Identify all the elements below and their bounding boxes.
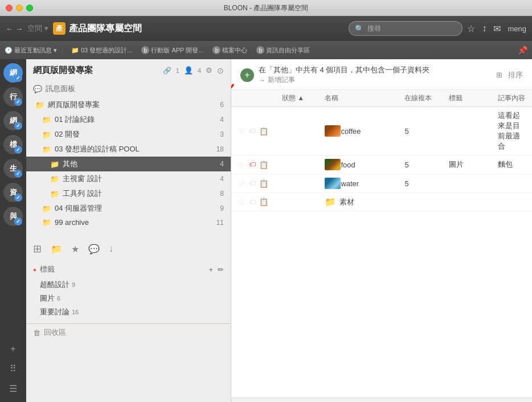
tag-food[interactable]: 🏷 <box>249 161 256 169</box>
file-icon: 檔 ✓ <box>3 135 23 154</box>
tree-item-03[interactable]: 📁 03 發想過的設計稿 POOL 18 <box>26 142 231 157</box>
sort-label[interactable]: 排序 <box>508 70 523 80</box>
note-food[interactable]: 📋 <box>259 161 268 169</box>
name-coffee[interactable]: coffee <box>318 107 398 155</box>
col-header-name[interactable]: 名稱 <box>318 90 398 107</box>
sidebar-item-action[interactable]: 行 ✓ <box>2 85 24 108</box>
breadcrumb-item-2[interactable]: b 行動版 APP 開發... <box>138 45 207 56</box>
col-header-copies[interactable]: 在線複本 <box>398 90 442 107</box>
note-water[interactable]: 📋 <box>259 179 268 188</box>
breadcrumb-bar: 🕐 最近互動訊息 ▾ | 📁 03 發想過的設計... b 行動版 APP 開發… <box>0 41 532 59</box>
maximize-button[interactable] <box>26 5 33 11</box>
mail-icon[interactable]: ✉ <box>493 23 501 34</box>
life-badge: ✓ <box>14 170 22 178</box>
tags-header-actions: + ✏ <box>208 265 224 274</box>
tree-count-td: 8 <box>220 190 224 198</box>
breadcrumb-item-3[interactable]: b 檔案中心 <box>209 45 251 56</box>
nav-back[interactable]: ← → <box>6 24 23 33</box>
sidebar-bottom-actions: + ⠿ ☰ <box>6 341 21 402</box>
col-header-notes[interactable]: 記事內容 <box>491 90 532 107</box>
add-space-icon[interactable]: + <box>7 341 19 358</box>
name-water[interactable]: water <box>318 174 398 193</box>
search-box[interactable]: 🔍 <box>349 21 463 36</box>
tree-item-02[interactable]: 📁 02 開發 3 <box>26 127 231 142</box>
horizontal-scrollbar[interactable] <box>231 397 532 402</box>
tag-label-cool: 超酷設計 <box>40 280 69 290</box>
folder-view-icon[interactable]: 📁 <box>51 244 62 255</box>
sidebar-item-life[interactable]: 生 ✓ <box>2 157 24 180</box>
grid-view-icon[interactable]: ⊞ <box>33 243 42 255</box>
tree-item-main-window[interactable]: 📁 主視窗 設計 4 <box>26 171 231 186</box>
col-header-tags[interactable]: 標籤 <box>442 90 491 107</box>
tree-item-other[interactable]: 📁 其他 4 <box>26 157 231 171</box>
col-header-status[interactable]: 狀態 ▲ <box>275 90 318 107</box>
tag-item-cool[interactable]: 超酷設計 9 <box>33 278 224 292</box>
star-food[interactable]: ☆ <box>238 160 245 169</box>
grid-icon[interactable]: ⠿ <box>6 360 20 378</box>
tag-count-important: 16 <box>72 309 79 315</box>
header-count-text: 在「其他」中共有 4 個項目，其中包含一個子資料夾 <box>259 65 429 75</box>
user-avatar[interactable]: meng <box>508 24 526 33</box>
settings-icon[interactable]: ⚙ <box>206 66 212 75</box>
add-tag-icon[interactable]: + <box>208 265 213 274</box>
tag-item-image[interactable]: 圖片 6 <box>33 292 224 305</box>
note-coffee[interactable]: 📋 <box>259 127 268 136</box>
trash-icon: 🗑 <box>33 329 40 337</box>
back-icon[interactable]: ← <box>6 24 13 33</box>
list-icon[interactable]: ☰ <box>6 380 21 397</box>
note-material[interactable]: 📋 <box>259 198 268 206</box>
grid-toggle-icon[interactable]: ⊞ <box>496 71 502 79</box>
icon-sidebar: 網 ✓ 行 ✓ 網 ✓ 檔 ✓ 生 ✓ <box>0 59 26 402</box>
star-toolbar-icon[interactable]: ☆ <box>467 23 475 34</box>
sidebar-item-web[interactable]: 網 ✓ <box>2 61 24 84</box>
tree-item-root[interactable]: 📁 網頁版開發專案 6 <box>26 97 231 112</box>
header-info: 在「其他」中共有 4 個項目，其中包含一個子資料夾 → 新增記事 <box>259 65 429 85</box>
recent-label[interactable]: 🕐 最近互動訊息 ▾ <box>5 46 57 55</box>
sidebar-item-web2[interactable]: 網 ✓ <box>2 109 24 132</box>
notes-food: 麵包 <box>491 155 532 174</box>
content-area: + 在「其他」中共有 4 個項目，其中包含一個子資料夾 → 新增記事 ⊞ 排序 <box>231 59 532 402</box>
close-button[interactable] <box>6 5 13 11</box>
window-title: BLOON - 產品團隊專屬空間 <box>224 3 309 13</box>
table-container: 狀態 ▲ 名稱 在線複本 標籤 記事內容 ☆ 🏷 <box>231 90 532 397</box>
tree-item-toolbar-design[interactable]: 📁 工具列 設計 8 <box>26 186 231 201</box>
star-view-icon[interactable]: ★ <box>71 244 79 255</box>
tag-item-important[interactable]: 重要討論 16 <box>33 305 224 319</box>
notes-water <box>491 174 532 193</box>
comment-view-icon[interactable]: 💬 <box>88 244 100 255</box>
sort-view-icon[interactable]: ↓ <box>109 244 113 254</box>
tree-item-04[interactable]: 📁 04 伺服器管理 9 <box>26 201 231 216</box>
tag-water[interactable]: 🏷 <box>249 179 256 187</box>
name-food[interactable]: food <box>318 155 398 174</box>
new-item-button[interactable]: → 新增記事 <box>259 75 429 85</box>
name-material[interactable]: 📁 素材 <box>318 193 398 211</box>
star-material[interactable]: ☆ <box>238 198 245 207</box>
svg-line-1 <box>231 84 234 107</box>
minimize-button[interactable] <box>16 5 23 11</box>
pin-sidebar-icon[interactable]: ⊙ <box>217 66 224 75</box>
tag-material[interactable]: 🏷 <box>249 198 256 206</box>
content-header: + 在「其他」中共有 4 個項目，其中包含一個子資料夾 → 新增記事 ⊞ 排序 <box>231 59 532 90</box>
breadcrumb-item-1[interactable]: 📁 03 發想過的設計... <box>68 45 136 56</box>
pin-icon[interactable]: 📌 <box>518 46 527 55</box>
tags-header: ● 標籤 + ✏ <box>33 264 224 274</box>
search-input[interactable] <box>367 24 456 32</box>
forward-icon[interactable]: → <box>15 24 23 33</box>
space-selector[interactable]: 產 產品團隊專屬空間 <box>53 22 142 35</box>
sidebar-item-with[interactable]: 與 ✓ <box>2 205 24 228</box>
star-coffee[interactable]: ☆ <box>238 126 245 136</box>
tree-item-99[interactable]: 📁 99 archive 11 <box>26 216 231 229</box>
sidebar-item-data[interactable]: 資 ✓ <box>2 181 24 204</box>
breadcrumb-item-4[interactable]: b 資訊自由分享區 <box>253 45 313 56</box>
sidebar-item-file[interactable]: 檔 ✓ <box>2 133 24 156</box>
tag-coffee[interactable]: 🏷 <box>249 127 256 135</box>
message-board-item[interactable]: 💬 訊息面板 <box>26 80 231 97</box>
trash-item[interactable]: 🗑 回收區 <box>26 323 231 341</box>
folder-root-icon: 📁 <box>35 101 44 109</box>
breadcrumb-label-2: 行動版 APP 開發... <box>151 46 203 55</box>
star-water[interactable]: ☆ <box>238 179 245 188</box>
sort-icon[interactable]: ↕ <box>482 23 486 34</box>
tree-item-01[interactable]: 📁 01 討論紀錄 4 <box>26 112 231 127</box>
edit-tag-icon[interactable]: ✏ <box>218 265 224 274</box>
notes-coffee: 這看起來是目前最適合 <box>491 107 532 155</box>
